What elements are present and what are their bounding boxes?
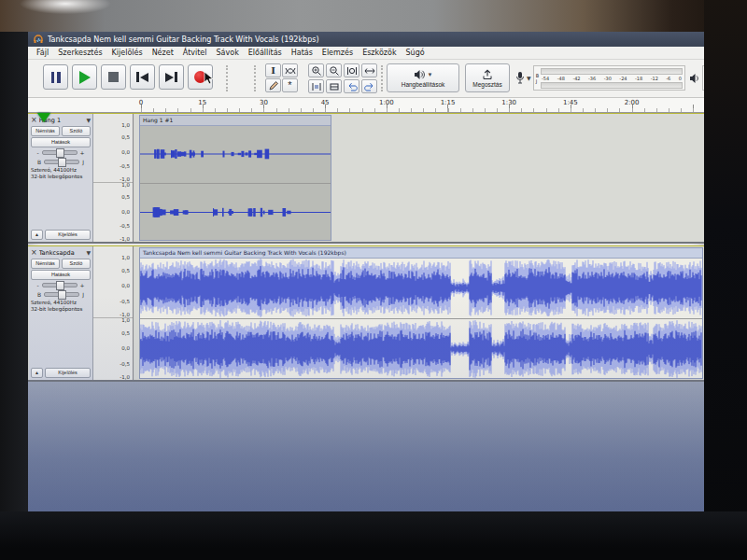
zoom-in-button[interactable] <box>308 63 324 77</box>
amplitude-scale-label: 1,0 <box>121 256 130 261</box>
silence-audio-button[interactable] <box>326 79 342 93</box>
gain-minus-label: - <box>36 282 38 288</box>
audio-clip[interactable]: Tankcsapda Nem kell semmi Guitar Backing… <box>139 247 703 379</box>
menu-item-edit[interactable]: Szerkesztés <box>53 49 106 57</box>
selection-tool-button[interactable]: I <box>265 63 281 77</box>
track-menu-button[interactable]: ▼ <box>86 118 91 123</box>
menu-item-view[interactable]: Nézet <box>148 49 178 57</box>
pause-button[interactable] <box>43 64 68 90</box>
gain-slider[interactable]: - + <box>31 280 91 289</box>
share-upload-icon <box>482 69 493 80</box>
play-button[interactable] <box>72 64 97 90</box>
envelope-tool-button[interactable] <box>282 63 298 77</box>
pan-slider-track[interactable] <box>44 160 79 164</box>
timeline-play-pin[interactable] <box>37 113 50 122</box>
skip-to-start-button[interactable] <box>130 64 155 90</box>
menu-item-generate[interactable]: Előállítás <box>244 49 287 57</box>
amplitude-scale-label: -1,0 <box>120 375 130 381</box>
amplitude-scale-label: 0,0 <box>121 346 130 352</box>
toolbar-grip[interactable] <box>254 65 256 91</box>
zoom-to-selection-button[interactable] <box>344 63 359 77</box>
skip-to-end-button[interactable] <box>159 64 184 90</box>
select-track-button[interactable]: Kijelölés <box>45 368 91 378</box>
effects-button[interactable]: Hatások <box>31 137 91 147</box>
gain-slider-thumb[interactable] <box>56 281 64 290</box>
gain-slider-track[interactable] <box>42 283 78 287</box>
vertical-scale-ruler[interactable]: 1,00,50,0-0,5-1,0 1,00,50,0-0,5-1,0 <box>93 114 134 242</box>
undo-button[interactable] <box>344 79 359 93</box>
recording-meter[interactable]: ▼ B J -54-48-42-36-30-24-18-12-60 <box>515 64 685 91</box>
gain-slider[interactable]: - + <box>31 147 91 157</box>
track-waveform-area[interactable]: Hang 1 #1 <box>134 114 704 242</box>
effects-button[interactable]: Hatások <box>31 270 91 280</box>
draw-tool-button[interactable] <box>265 78 281 92</box>
track-tankcsapda: × Tankcsapda ▼ Némítás Szóló Hatások - + <box>28 245 704 382</box>
meter-db-label: -30 <box>604 76 612 81</box>
amplitude-scale-label: 0,0 <box>121 150 130 156</box>
menu-item-help[interactable]: Súgó <box>402 49 430 57</box>
pan-slider-thumb[interactable] <box>58 290 66 300</box>
timeline-ruler[interactable]: 01530451:001:151:301:452:00 <box>28 98 704 113</box>
edit-toolbar <box>308 63 377 93</box>
audio-clip[interactable]: Hang 1 #1 <box>139 115 331 241</box>
timeline-tick-label: 1:00 <box>379 99 394 106</box>
menu-item-transport[interactable]: Átvitel <box>178 49 212 57</box>
zoom-fit-project-button[interactable] <box>361 63 377 77</box>
stop-button[interactable] <box>101 64 126 90</box>
share-audio-button[interactable]: Megosztás <box>465 63 510 92</box>
monitor-bezel-bottom <box>0 511 747 560</box>
gain-slider-track[interactable] <box>42 150 78 155</box>
pan-slider[interactable]: B J <box>31 157 91 166</box>
menu-item-tracks[interactable]: Sávok <box>212 49 244 57</box>
track-close-button[interactable]: × <box>31 249 37 257</box>
redo-button[interactable] <box>361 79 377 93</box>
pan-slider[interactable]: B J <box>31 289 91 299</box>
playback-meter[interactable]: B J -54-48-42-36-30-24-18-12-60 <box>689 64 704 91</box>
menu-item-analyze[interactable]: Elemzés <box>317 49 358 57</box>
mute-button[interactable]: Némítás <box>31 126 60 136</box>
tools-toolbar: I * <box>265 63 298 92</box>
menu-item-file[interactable]: Fájl <box>32 49 53 57</box>
timeline-tick-label: 1:45 <box>563 99 578 106</box>
window-titlebar: Tankcsapda Nem kell semmi Guitar Backing… <box>28 32 704 47</box>
menu-item-tools[interactable]: Eszközök <box>358 49 401 57</box>
track-menu-button[interactable]: ▼ <box>86 250 91 256</box>
clip-body[interactable] <box>140 258 702 378</box>
menu-item-effect[interactable]: Hatás <box>287 49 317 57</box>
amplitude-scale-label: 1,0 <box>121 183 130 189</box>
menu-item-selection[interactable]: Kijelölés <box>107 49 148 57</box>
toolbar-grip[interactable] <box>381 65 383 91</box>
track-close-button[interactable]: × <box>31 117 37 124</box>
gain-slider-thumb[interactable] <box>56 148 64 158</box>
pan-slider-thumb[interactable] <box>58 158 66 167</box>
clip-body[interactable] <box>140 125 331 240</box>
waveform-channel-right[interactable] <box>140 318 702 379</box>
toolbar-grip[interactable] <box>226 65 228 91</box>
trim-audio-button[interactable] <box>308 79 324 93</box>
waveform-channel-left[interactable] <box>140 125 331 183</box>
waveform-channel-right[interactable] <box>140 183 331 241</box>
menu-bar: Fájl Szerkesztés Kijelölés Nézet Átvitel… <box>28 47 704 60</box>
zoom-out-button[interactable] <box>326 63 342 77</box>
vertical-scale-ruler[interactable]: 1,00,50,0-0,5-1,0 1,00,50,0-0,5-1,0 <box>93 246 134 380</box>
chevron-down-icon: ▼ <box>428 72 433 77</box>
multi-tool-button[interactable]: * <box>282 78 298 92</box>
mute-button[interactable]: Némítás <box>31 259 60 269</box>
collapse-track-button[interactable]: ▲ <box>31 368 43 378</box>
track-waveform-area[interactable]: Tankcsapda Nem kell semmi Guitar Backing… <box>134 246 704 380</box>
amplitude-scale-label: -0,5 <box>120 362 130 368</box>
waveform-channel-left[interactable] <box>140 258 702 318</box>
solo-button[interactable]: Szóló <box>62 259 91 269</box>
track-name[interactable]: Tankcsapda <box>39 249 85 257</box>
select-track-button[interactable]: Kijelölés <box>45 230 91 240</box>
speaker-icon <box>414 69 425 80</box>
photo-of-monitor: Tankcsapda Nem kell semmi Guitar Backing… <box>0 0 747 560</box>
pan-slider-track[interactable] <box>44 292 79 297</box>
solo-button[interactable]: Szóló <box>62 126 91 136</box>
amplitude-scale-label: -1,0 <box>120 237 130 243</box>
collapse-track-button[interactable]: ▲ <box>31 230 43 240</box>
audacity-logo-icon <box>34 35 43 44</box>
meter-bar-left <box>541 68 683 75</box>
amplitude-scale-label: 0,5 <box>121 195 130 201</box>
audio-settings-button[interactable]: ▼ Hangbeállítások <box>387 63 459 92</box>
